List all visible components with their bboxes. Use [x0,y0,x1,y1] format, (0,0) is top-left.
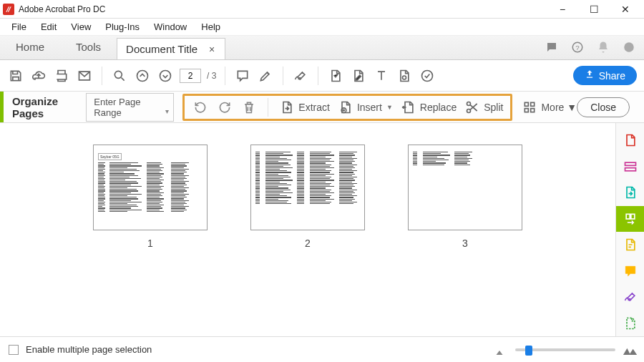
rp-comment-icon[interactable] [616,258,645,285]
share-label: Share [599,70,625,82]
menu-edit[interactable]: Edit [34,20,64,34]
add-text-icon[interactable] [373,67,390,84]
svg-point-6 [160,70,171,81]
rp-fillform-icon[interactable] [616,232,645,258]
svg-line-4 [122,77,125,80]
organize-title: Organize Pages [4,95,86,119]
share-button[interactable]: Share [573,66,637,85]
page-thumbnail-wrapper: 2 [250,145,365,249]
user-avatar-icon[interactable] [623,41,635,54]
minimize-button[interactable]: − [547,1,578,17]
page-label: 1 [147,238,153,249]
tab-bar: Home Tools Document Title × ? [0,36,644,60]
page-thumbnail[interactable] [408,145,522,230]
menu-bar: File Edit View Plug-Ins Window Help [0,19,644,36]
page-range-dropdown[interactable]: Enter Page Range [86,93,174,122]
page-total: 3 [212,71,217,81]
replace-icon [400,99,417,116]
title-bar: Adobe Acrobat Pro DC − ☐ ✕ [0,0,644,19]
maximize-button[interactable]: ☐ [578,1,610,17]
close-tab-button[interactable]: × [208,44,216,55]
svg-rect-17 [625,167,635,170]
sign-icon[interactable] [292,67,309,84]
svg-text:?: ? [575,44,580,52]
svg-point-5 [137,70,148,81]
cloud-upload-icon[interactable] [30,67,47,84]
document-tab[interactable]: Document Title × [117,38,225,59]
split-button[interactable]: Split [464,99,503,116]
zoom-icon[interactable] [111,67,128,84]
bottom-bar: Enable multiple page selection [0,336,644,362]
multi-select-checkbox[interactable] [9,345,19,355]
close-organize-button[interactable]: Close [577,97,630,117]
create-pdf-icon[interactable] [327,67,344,84]
edit-pdf-icon[interactable] [350,67,367,84]
multi-select-label: Enable multiple page selection [26,344,152,355]
close-window-button[interactable]: ✕ [610,1,641,17]
more-label: More [541,102,564,113]
email-icon[interactable] [76,67,93,84]
page-number-input[interactable] [180,69,201,83]
extract-button[interactable]: Extract [278,99,330,116]
replace-button[interactable]: Replace [400,99,457,116]
sticky-note-icon[interactable] [234,67,251,84]
share-upload-icon [585,69,595,82]
svg-point-7 [403,76,406,79]
rp-organize-icon[interactable] [616,206,645,233]
rp-combine-icon[interactable] [616,154,645,180]
menu-help[interactable]: Help [194,20,228,34]
more-button[interactable]: More ▼ [521,99,577,116]
svg-rect-18 [626,214,630,219]
app-title: Adobe Acrobat Pro DC [19,4,547,14]
right-tools-panel [615,123,644,336]
rp-export-icon[interactable] [616,180,645,206]
page-thumbnail[interactable] [250,145,365,230]
svg-rect-14 [525,108,529,112]
export-pdf-icon[interactable] [396,67,413,84]
rp-protect-icon[interactable] [616,310,645,337]
menu-window[interactable]: Window [147,20,194,34]
print-icon[interactable] [53,67,70,84]
prev-page-icon[interactable] [134,67,151,84]
next-page-icon[interactable] [157,67,174,84]
menu-view[interactable]: View [64,20,98,34]
insert-button[interactable]: Insert ▼ [337,99,393,116]
nav-home[interactable]: Home [0,35,60,59]
insert-icon [337,99,354,116]
zoom-small-icon[interactable] [495,346,508,353]
window-buttons: − ☐ ✕ [547,1,641,17]
zoom-slider[interactable] [515,348,615,351]
menu-plugins[interactable]: Plug-Ins [98,20,147,34]
page-thumbnail[interactable]: Sayber 05G [93,145,208,230]
svg-point-11 [467,109,471,112]
help-icon[interactable]: ? [571,41,584,54]
rotate-right-icon[interactable] [216,99,233,116]
svg-point-10 [467,102,471,105]
more-caret-icon: ▼ [567,102,577,113]
rp-sign-icon[interactable] [616,284,645,310]
main-toolbar: / 3 Share [0,60,644,92]
nav-tools[interactable]: Tools [60,35,117,59]
rotate-left-icon[interactable] [192,99,209,116]
rp-create-icon[interactable] [616,127,645,154]
split-scissors-icon [464,99,481,116]
highlighter-icon[interactable] [257,67,274,84]
highlighted-tools-box: Extract Insert ▼ Replace Split [182,94,512,121]
organize-toolbar: Organize Pages Enter Page Range Extract … [0,92,644,123]
svg-rect-15 [531,108,535,112]
zoom-slider-handle[interactable] [525,346,532,356]
svg-point-3 [114,71,122,78]
chat-icon[interactable] [545,41,558,54]
delete-icon[interactable] [240,99,258,116]
insert-caret-icon: ▼ [386,104,393,111]
svg-rect-16 [625,162,635,165]
document-tab-title: Document Title [126,43,197,55]
bell-icon[interactable] [597,41,610,54]
content-area: Sayber 05G 1 2 [0,123,644,336]
zoom-large-icon[interactable] [623,346,635,353]
replace-label: Replace [420,102,457,113]
checkmark-circle-icon[interactable] [419,67,436,84]
menu-file[interactable]: File [4,20,34,34]
split-label: Split [484,102,503,113]
save-icon[interactable] [7,67,24,84]
